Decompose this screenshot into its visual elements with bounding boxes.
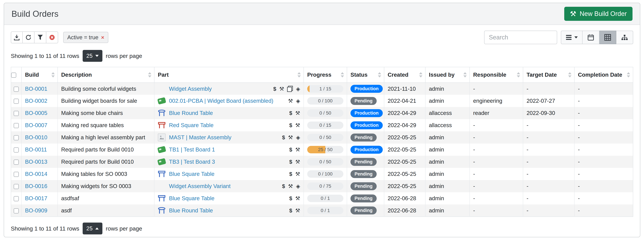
- part-indicator-icons: $⚒: [289, 147, 300, 152]
- select-all-checkbox[interactable]: [11, 73, 16, 78]
- pagination-top: Showing 1 to 11 of 11 rows 25 rows per p…: [11, 50, 633, 62]
- build-link[interactable]: BO-0016: [25, 183, 47, 189]
- table-row: BO-0011Required parts for Build 0010TB1 …: [11, 144, 633, 156]
- row-checkbox[interactable]: [14, 172, 19, 177]
- status-cell: Pending: [347, 180, 384, 192]
- sort-icon: [298, 72, 301, 77]
- row-checkbox[interactable]: [14, 208, 19, 213]
- part-link[interactable]: Widget Assembly Variant: [169, 183, 230, 189]
- part-link[interactable]: 002.01-PCBA | Widget Board (assembled): [169, 98, 274, 104]
- part-link[interactable]: Blue Square Table: [169, 195, 214, 202]
- part-link[interactable]: MAST | Master Assembly: [169, 134, 231, 141]
- part-link[interactable]: TB1 | Test Board 1: [169, 146, 215, 153]
- build-link[interactable]: BO-0011: [25, 146, 47, 153]
- column-header-completion-date[interactable]: Completion Date: [574, 67, 633, 83]
- column-header-progress[interactable]: Progress: [304, 67, 347, 83]
- responsible-cell: -: [470, 192, 523, 204]
- completion-date-cell: -: [574, 131, 633, 144]
- row-checkbox[interactable]: [14, 111, 19, 116]
- progress-cell: 0 / 50: [304, 156, 347, 168]
- build-link[interactable]: BO-0014: [25, 171, 47, 177]
- row-checkbox[interactable]: [14, 196, 19, 201]
- target-date-cell: -: [523, 204, 574, 217]
- issued-by-cell: admin: [425, 156, 470, 168]
- part-indicator-icons: $⚒: [289, 123, 300, 128]
- target-date-cell: -: [523, 144, 574, 156]
- build-link[interactable]: BO-0005: [25, 110, 47, 116]
- description-cell: Making widgets for SO 0003: [58, 180, 154, 192]
- column-header-label: Build: [25, 72, 39, 78]
- row-checkbox[interactable]: [14, 123, 19, 128]
- part-link[interactable]: Blue Square Table: [169, 171, 214, 177]
- build-link[interactable]: BO-0007: [25, 122, 47, 128]
- status-badge: Pending: [350, 97, 377, 105]
- column-header-description[interactable]: Description: [58, 67, 154, 83]
- table-view-button[interactable]: [600, 31, 616, 44]
- row-checkbox[interactable]: [14, 160, 19, 165]
- build-link[interactable]: BO-0002: [25, 98, 47, 104]
- new-build-order-button[interactable]: ⚒ New Build Order: [564, 7, 632, 21]
- build-link[interactable]: BO-0010: [25, 134, 47, 141]
- column-header-label: Status: [350, 72, 368, 78]
- tree-view-button[interactable]: [616, 31, 633, 44]
- clear-filters-button[interactable]: [46, 32, 58, 43]
- column-header-status[interactable]: Status: [347, 67, 384, 83]
- remove-filter-icon[interactable]: ×: [101, 35, 104, 40]
- part-link[interactable]: Red Square Table: [169, 122, 214, 129]
- download-button[interactable]: [11, 32, 23, 43]
- progress-text: 1 / 15: [307, 85, 344, 93]
- column-header-target-date[interactable]: Target Date: [523, 67, 574, 83]
- description-cell: Making a high level assembly part: [58, 131, 154, 144]
- completion-date-cell: -: [574, 144, 633, 156]
- row-checkbox[interactable]: [14, 147, 19, 153]
- page-size-dropdown[interactable]: 25: [83, 222, 102, 234]
- row-checkbox[interactable]: [14, 135, 19, 140]
- part-cell: TB1 | Test Board 1$⚒: [154, 144, 304, 156]
- part-link[interactable]: Blue Round Table: [169, 110, 213, 116]
- column-header-issued-by[interactable]: Issued by: [425, 67, 470, 83]
- calendar-view-button[interactable]: [582, 31, 600, 44]
- status-badge: Pending: [350, 194, 377, 202]
- build-link[interactable]: BO-0017: [25, 195, 47, 201]
- responsible-cell: -: [470, 156, 523, 168]
- part-cell: Blue Square Table$⚒: [154, 168, 304, 180]
- dollar-icon: $: [282, 183, 285, 189]
- filter-chip[interactable]: Active = true ×: [63, 32, 108, 43]
- columns-view-button[interactable]: [561, 31, 582, 44]
- part-link[interactable]: TB3 | Test Board 3: [169, 159, 215, 165]
- column-header-created[interactable]: Created: [384, 67, 425, 83]
- row-checkbox[interactable]: [14, 99, 19, 104]
- page-size-value: 25: [86, 225, 92, 232]
- sort-icon: [568, 72, 572, 77]
- table-row: BO-0909asdfBlue Round Table$⚒0 / 1Pendin…: [11, 204, 633, 217]
- page-size-dropdown[interactable]: 25: [83, 50, 102, 62]
- checkbox-cell: [11, 192, 22, 204]
- filter-button[interactable]: [34, 32, 46, 43]
- created-cell: 2022-05-25: [384, 168, 425, 180]
- build-link[interactable]: BO-0909: [25, 207, 47, 214]
- progress-bar: 0 / 1: [307, 195, 344, 202]
- progress-cell: 1 / 15: [304, 83, 347, 95]
- tools-icon: ⚒: [295, 171, 300, 177]
- build-orders-table: BuildDescriptionPartProgressStatusCreate…: [11, 67, 633, 217]
- status-badge: Production: [350, 121, 383, 129]
- responsible-cell: -: [470, 144, 523, 156]
- created-cell: 2022-04-21: [384, 95, 425, 107]
- description-cell: Required parts for Build 0010: [58, 156, 154, 168]
- build-cell: BO-0007: [22, 119, 58, 131]
- column-header-build[interactable]: Build: [22, 67, 58, 83]
- table-icon: [604, 34, 611, 41]
- column-header-part[interactable]: Part: [154, 67, 304, 83]
- build-link[interactable]: BO-0001: [25, 86, 47, 92]
- status-cell: Production: [347, 144, 384, 156]
- part-link[interactable]: Blue Round Table: [169, 207, 213, 214]
- part-link[interactable]: Widget Assembly: [169, 86, 212, 92]
- row-checkbox[interactable]: [14, 87, 19, 92]
- build-link[interactable]: BO-0013: [25, 159, 47, 165]
- search-input[interactable]: [484, 31, 557, 44]
- column-header-responsible[interactable]: Responsible: [470, 67, 523, 83]
- responsible-cell: reader: [470, 107, 523, 119]
- build-cell: BO-0010: [22, 131, 58, 144]
- row-checkbox[interactable]: [14, 184, 19, 189]
- refresh-button[interactable]: [23, 32, 34, 43]
